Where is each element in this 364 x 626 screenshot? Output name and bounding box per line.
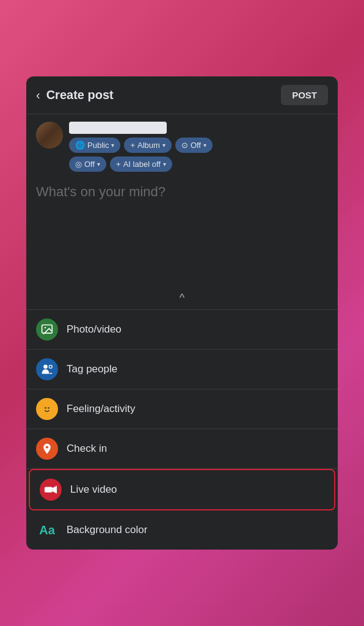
chevron-up-icon: ^ [180,292,184,304]
header: ‹ Create post POST [26,76,338,114]
tag-row: 🌐 Public ▾ + Album ▾ ⊙ Off ▾ [69,138,213,153]
chevron-down-icon: ▾ [162,142,166,149]
ai-label-text: AI label off [123,160,161,169]
live-video-label: Live video [70,484,117,496]
instagram-tag-button[interactable]: ⊙ Off ▾ [175,138,213,153]
public-label: Public [87,141,109,150]
feeling-label: Feeling/activity [67,403,135,415]
plus-ai-icon: + [116,160,121,169]
ai-label-tag-button[interactable]: + AI label off ▾ [110,156,172,172]
bg-color-label: Background color [67,524,147,536]
photo-video-label: Photo/video [67,323,122,336]
svg-point-1 [45,327,46,329]
chevron-down-icon: ▾ [163,161,166,168]
bg-color-item[interactable]: Aa Background color [26,510,338,550]
chevron-down-icon: ▾ [203,142,206,149]
svg-rect-0 [42,325,53,333]
user-row: 🌐 Public ▾ + Album ▾ ⊙ Off ▾ [26,114,338,177]
off-tag-button[interactable]: ◎ Off ▾ [69,156,106,172]
svg-marker-9 [53,486,57,494]
tag-people-icon [36,358,58,380]
check-in-icon [36,438,58,460]
live-video-item[interactable]: Live video [29,469,335,510]
svg-point-3 [49,365,52,368]
check-in-label: Check in [67,443,107,455]
tag-people-label: Tag people [67,363,117,375]
chevron-down-icon: ▾ [97,161,100,168]
action-list: Photo/video Tag people [26,309,338,550]
svg-point-5 [45,407,46,409]
post-textarea[interactable]: What's on your mind? [26,177,338,287]
svg-point-2 [43,365,48,369]
tag-row-2: ◎ Off ▾ + AI label off ▾ [69,156,213,172]
collapse-arrow[interactable]: ^ [26,287,338,309]
plus-icon: + [130,141,135,150]
svg-point-7 [46,446,48,448]
svg-rect-8 [45,487,53,492]
feeling-icon [36,398,58,420]
photo-video-icon [36,319,58,341]
svg-point-4 [42,404,53,414]
off-label: Off [84,160,95,169]
username-display [69,122,167,134]
page-title: Create post [46,88,114,102]
album-label: Album [137,141,160,150]
aa-text: Aa [39,523,55,537]
tag-people-item[interactable]: Tag people [26,350,338,389]
album-tag-button[interactable]: + Album ▾ [124,138,171,153]
back-button[interactable]: ‹ [36,88,40,102]
svg-point-6 [48,407,49,409]
photo-video-item[interactable]: Photo/video [26,310,338,350]
create-post-card: ‹ Create post POST 🌐 Public ▾ + Album [26,76,338,550]
instagram-icon: ⊙ [181,141,188,150]
header-left: ‹ Create post [36,88,114,102]
avatar [36,122,63,149]
instagram-off-label: Off [191,141,201,150]
chevron-down-icon: ▾ [111,142,114,149]
post-button[interactable]: POST [281,85,328,105]
feeling-item[interactable]: Feeling/activity [26,389,338,429]
public-tag-button[interactable]: 🌐 Public ▾ [69,138,120,153]
live-video-icon [40,479,62,501]
globe-icon: 🌐 [75,141,85,150]
check-in-item[interactable]: Check in [26,429,338,469]
bg-color-icon: Aa [36,519,58,541]
circle-icon: ◎ [75,160,82,169]
user-controls: 🌐 Public ▾ + Album ▾ ⊙ Off ▾ [69,122,213,172]
